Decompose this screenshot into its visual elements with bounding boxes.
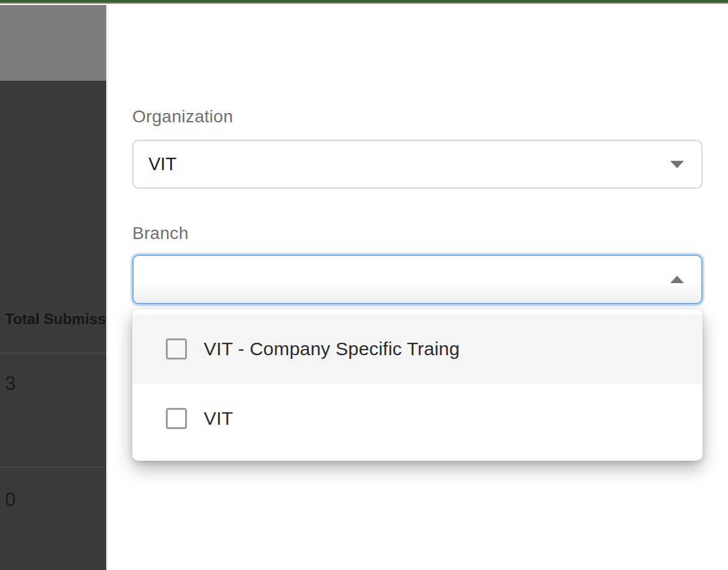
branch-select-focused[interactable]: [132, 255, 703, 304]
dimmed-backdrop[interactable]: Total Submissio 3 0: [0, 5, 106, 570]
checkbox-unchecked-icon[interactable]: [166, 408, 187, 429]
chevron-down-icon: [670, 161, 684, 168]
top-accent-bar: [0, 0, 728, 4]
branch-option-label: VIT: [204, 408, 233, 429]
filter-panel: Organization VIT Branch VIT - Company Sp…: [106, 5, 728, 570]
branch-option-vit[interactable]: VIT: [132, 384, 703, 453]
organization-label: Organization: [132, 107, 233, 127]
checkbox-unchecked-icon[interactable]: [166, 338, 187, 360]
table-row-divider: [0, 467, 106, 468]
organization-select[interactable]: VIT: [132, 140, 703, 189]
table-cell-value: 3: [5, 374, 16, 393]
branch-options-menu: VIT - Company Specific Traing VIT: [132, 309, 703, 461]
branch-label: Branch: [132, 224, 189, 243]
table-cell-value: 0: [5, 490, 16, 509]
backdrop-gray-block: [0, 5, 106, 81]
chevron-up-icon: [670, 276, 684, 283]
branch-option-label: VIT - Company Specific Traing: [204, 338, 460, 360]
organization-selected-value: VIT: [148, 154, 176, 174]
table-row-divider: [0, 353, 106, 353]
branch-option-company-specific[interactable]: VIT - Company Specific Traing: [132, 314, 703, 384]
background-table-header: Total Submissio: [5, 310, 106, 328]
